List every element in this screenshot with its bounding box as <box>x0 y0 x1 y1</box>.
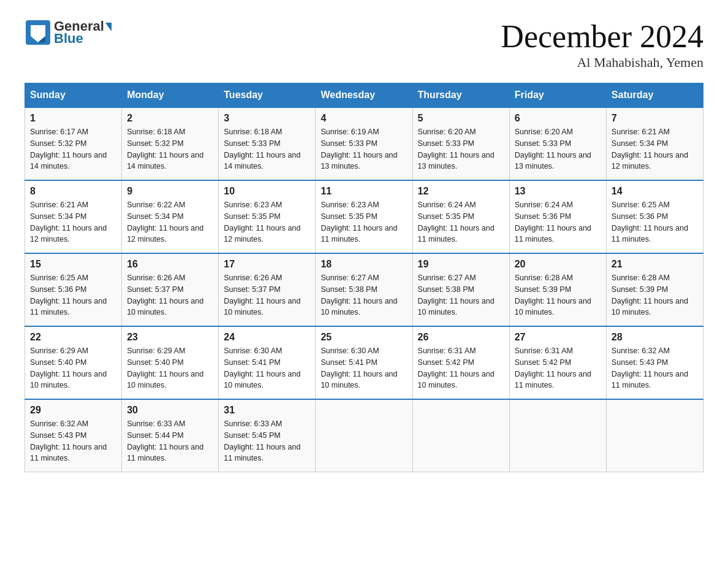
day-number: 13 <box>515 186 601 197</box>
title-section: December 2024 Al Mahabishah, Yemen <box>501 18 703 71</box>
calendar-cell: 13 Sunrise: 6:24 AM Sunset: 5:36 PM Dayl… <box>509 180 606 253</box>
day-number: 5 <box>418 113 504 124</box>
day-number: 24 <box>224 332 310 343</box>
month-title: December 2024 <box>501 18 703 55</box>
day-info: Sunrise: 6:33 AM Sunset: 5:45 PM Dayligh… <box>224 418 310 464</box>
day-number: 26 <box>418 332 504 343</box>
day-number: 2 <box>127 113 213 124</box>
calendar-cell: 28 Sunrise: 6:32 AM Sunset: 5:43 PM Dayl… <box>606 326 703 399</box>
calendar-cell: 30 Sunrise: 6:33 AM Sunset: 5:44 PM Dayl… <box>122 399 219 472</box>
calendar-cell: 17 Sunrise: 6:26 AM Sunset: 5:37 PM Dayl… <box>219 253 316 326</box>
calendar-cell: 12 Sunrise: 6:24 AM Sunset: 5:35 PM Dayl… <box>412 180 509 253</box>
day-info: Sunrise: 6:29 AM Sunset: 5:40 PM Dayligh… <box>127 345 213 391</box>
calendar-cell: 27 Sunrise: 6:31 AM Sunset: 5:42 PM Dayl… <box>509 326 606 399</box>
col-sunday: Sunday <box>25 83 122 108</box>
day-info: Sunrise: 6:18 AM Sunset: 5:33 PM Dayligh… <box>224 126 310 172</box>
day-info: Sunrise: 6:23 AM Sunset: 5:35 PM Dayligh… <box>224 199 310 245</box>
day-number: 11 <box>320 186 407 197</box>
calendar-cell: 6 Sunrise: 6:20 AM Sunset: 5:33 PM Dayli… <box>509 107 606 180</box>
calendar-cell: 3 Sunrise: 6:18 AM Sunset: 5:33 PM Dayli… <box>219 107 316 180</box>
day-number: 18 <box>320 259 407 270</box>
calendar-cell <box>412 399 509 472</box>
day-info: Sunrise: 6:18 AM Sunset: 5:32 PM Dayligh… <box>127 126 213 172</box>
page-header: General Blue December 2024 Al Mahabishah… <box>25 18 703 71</box>
day-number: 14 <box>612 186 698 197</box>
day-info: Sunrise: 6:31 AM Sunset: 5:42 PM Dayligh… <box>515 345 601 391</box>
day-number: 8 <box>30 186 116 197</box>
header-row: Sunday Monday Tuesday Wednesday Thursday… <box>25 83 703 108</box>
day-number: 28 <box>612 332 698 343</box>
day-info: Sunrise: 6:24 AM Sunset: 5:36 PM Dayligh… <box>515 199 601 245</box>
calendar-cell: 20 Sunrise: 6:28 AM Sunset: 5:39 PM Dayl… <box>509 253 606 326</box>
col-saturday: Saturday <box>606 83 703 108</box>
day-info: Sunrise: 6:19 AM Sunset: 5:33 PM Dayligh… <box>320 126 407 172</box>
col-tuesday: Tuesday <box>219 83 316 108</box>
calendar-cell: 26 Sunrise: 6:31 AM Sunset: 5:42 PM Dayl… <box>412 326 509 399</box>
day-number: 4 <box>320 113 407 124</box>
day-number: 10 <box>224 186 310 197</box>
day-number: 9 <box>127 186 213 197</box>
day-info: Sunrise: 6:27 AM Sunset: 5:38 PM Dayligh… <box>320 272 407 318</box>
day-info: Sunrise: 6:25 AM Sunset: 5:36 PM Dayligh… <box>612 199 698 245</box>
day-info: Sunrise: 6:21 AM Sunset: 5:34 PM Dayligh… <box>30 199 116 245</box>
calendar-cell: 15 Sunrise: 6:25 AM Sunset: 5:36 PM Dayl… <box>25 253 122 326</box>
day-info: Sunrise: 6:30 AM Sunset: 5:41 PM Dayligh… <box>320 345 407 391</box>
calendar-cell: 10 Sunrise: 6:23 AM Sunset: 5:35 PM Dayl… <box>219 180 316 253</box>
calendar-cell: 7 Sunrise: 6:21 AM Sunset: 5:34 PM Dayli… <box>606 107 703 180</box>
day-number: 20 <box>515 259 601 270</box>
day-number: 27 <box>515 332 601 343</box>
day-info: Sunrise: 6:32 AM Sunset: 5:43 PM Dayligh… <box>30 418 116 464</box>
day-number: 12 <box>418 186 504 197</box>
col-wednesday: Wednesday <box>316 83 412 108</box>
calendar-week-3: 15 Sunrise: 6:25 AM Sunset: 5:36 PM Dayl… <box>25 253 703 326</box>
day-number: 17 <box>224 259 310 270</box>
day-info: Sunrise: 6:20 AM Sunset: 5:33 PM Dayligh… <box>418 126 504 172</box>
day-info: Sunrise: 6:31 AM Sunset: 5:42 PM Dayligh… <box>418 345 504 391</box>
calendar-cell: 25 Sunrise: 6:30 AM Sunset: 5:41 PM Dayl… <box>316 326 412 399</box>
logo: General Blue <box>25 18 112 47</box>
col-thursday: Thursday <box>412 83 509 108</box>
calendar-cell: 4 Sunrise: 6:19 AM Sunset: 5:33 PM Dayli… <box>316 107 412 180</box>
day-number: 30 <box>127 405 213 416</box>
calendar-cell: 8 Sunrise: 6:21 AM Sunset: 5:34 PM Dayli… <box>25 180 122 253</box>
day-info: Sunrise: 6:26 AM Sunset: 5:37 PM Dayligh… <box>127 272 213 318</box>
calendar-cell: 9 Sunrise: 6:22 AM Sunset: 5:34 PM Dayli… <box>122 180 219 253</box>
calendar-week-1: 1 Sunrise: 6:17 AM Sunset: 5:32 PM Dayli… <box>25 107 703 180</box>
logo-icon <box>25 19 51 46</box>
day-info: Sunrise: 6:25 AM Sunset: 5:36 PM Dayligh… <box>30 272 116 318</box>
day-info: Sunrise: 6:33 AM Sunset: 5:44 PM Dayligh… <box>127 418 213 464</box>
day-number: 29 <box>30 405 116 416</box>
location: Al Mahabishah, Yemen <box>501 55 703 71</box>
day-info: Sunrise: 6:22 AM Sunset: 5:34 PM Dayligh… <box>127 199 213 245</box>
calendar-cell: 14 Sunrise: 6:25 AM Sunset: 5:36 PM Dayl… <box>606 180 703 253</box>
day-number: 7 <box>612 113 698 124</box>
calendar-cell: 24 Sunrise: 6:30 AM Sunset: 5:41 PM Dayl… <box>219 326 316 399</box>
calendar-cell: 1 Sunrise: 6:17 AM Sunset: 5:32 PM Dayli… <box>25 107 122 180</box>
calendar-week-4: 22 Sunrise: 6:29 AM Sunset: 5:40 PM Dayl… <box>25 326 703 399</box>
day-info: Sunrise: 6:26 AM Sunset: 5:37 PM Dayligh… <box>224 272 310 318</box>
day-info: Sunrise: 6:23 AM Sunset: 5:35 PM Dayligh… <box>320 199 407 245</box>
day-info: Sunrise: 6:29 AM Sunset: 5:40 PM Dayligh… <box>30 345 116 391</box>
day-info: Sunrise: 6:32 AM Sunset: 5:43 PM Dayligh… <box>612 345 698 391</box>
day-info: Sunrise: 6:28 AM Sunset: 5:39 PM Dayligh… <box>515 272 601 318</box>
day-number: 19 <box>418 259 504 270</box>
calendar-cell <box>509 399 606 472</box>
day-info: Sunrise: 6:28 AM Sunset: 5:39 PM Dayligh… <box>612 272 698 318</box>
col-friday: Friday <box>509 83 606 108</box>
calendar-cell: 29 Sunrise: 6:32 AM Sunset: 5:43 PM Dayl… <box>25 399 122 472</box>
day-number: 25 <box>320 332 407 343</box>
calendar-cell: 18 Sunrise: 6:27 AM Sunset: 5:38 PM Dayl… <box>316 253 412 326</box>
day-info: Sunrise: 6:27 AM Sunset: 5:38 PM Dayligh… <box>418 272 504 318</box>
day-number: 6 <box>515 113 601 124</box>
col-monday: Monday <box>122 83 219 108</box>
calendar-table: Sunday Monday Tuesday Wednesday Thursday… <box>25 83 703 472</box>
day-number: 15 <box>30 259 116 270</box>
calendar-cell: 11 Sunrise: 6:23 AM Sunset: 5:35 PM Dayl… <box>316 180 412 253</box>
calendar-cell: 21 Sunrise: 6:28 AM Sunset: 5:39 PM Dayl… <box>606 253 703 326</box>
day-number: 22 <box>30 332 116 343</box>
calendar-cell: 2 Sunrise: 6:18 AM Sunset: 5:32 PM Dayli… <box>122 107 219 180</box>
calendar-cell: 19 Sunrise: 6:27 AM Sunset: 5:38 PM Dayl… <box>412 253 509 326</box>
day-number: 3 <box>224 113 310 124</box>
calendar-cell: 5 Sunrise: 6:20 AM Sunset: 5:33 PM Dayli… <box>412 107 509 180</box>
day-info: Sunrise: 6:24 AM Sunset: 5:35 PM Dayligh… <box>418 199 504 245</box>
